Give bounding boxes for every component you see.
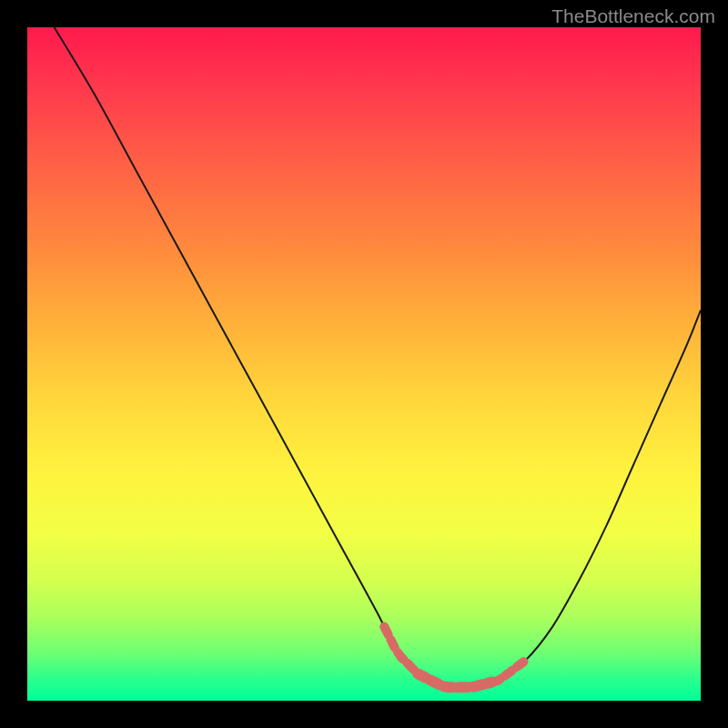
optimal-range-right-marker [492, 661, 526, 682]
chart-plot-area [27, 27, 701, 701]
watermark-text: TheBottleneck.com [551, 5, 715, 27]
bottleneck-curve-line [55, 27, 701, 689]
chart-svg [27, 27, 701, 701]
optimal-range-left-marker [384, 627, 418, 674]
optimal-range-flat-marker [418, 673, 491, 687]
